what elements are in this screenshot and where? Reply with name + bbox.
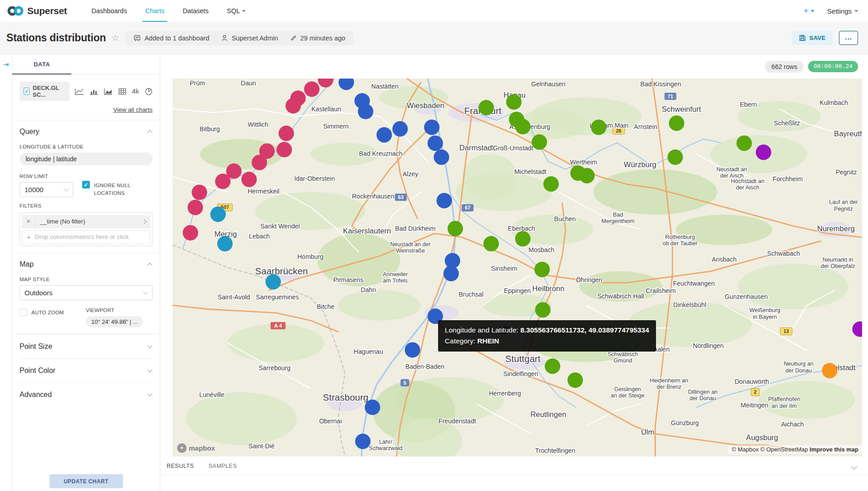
nav-charts[interactable]: Charts [136,0,174,22]
last-modified-badge[interactable]: 29 minutes ago [290,35,345,42]
remove-filter-icon[interactable]: ✕ [22,215,35,228]
section-point-color[interactable]: Point Color [20,358,153,382]
filter-drop-zone[interactable]: + Drop columns/metrics here or click [22,230,150,244]
scatter-point-pink[interactable] [215,174,231,189]
scatter-point-green[interactable] [478,100,494,115]
scatter-point-blue[interactable] [428,135,443,151]
map-place-label: Stuttgart [505,353,541,364]
scatter-point-blue[interactable] [444,266,459,281]
scatter-point-green[interactable] [579,168,595,184]
plus-icon: + [27,233,31,241]
osm-attribution-link[interactable]: © OpenStreetMap [760,446,808,453]
tab-data[interactable]: DATA [12,55,71,74]
scatter-point-blue[interactable] [358,104,373,119]
row-count-badge: 662 rows [765,61,804,73]
scatter-point-blue[interactable] [365,400,380,415]
nav-datasets[interactable]: Datasets [173,0,217,22]
section-point-size[interactable]: Point Size [20,334,153,358]
tab-results[interactable]: RESULTS [167,463,194,475]
scatter-point-blue[interactable] [436,193,452,208]
scatter-point-pink[interactable] [252,155,267,170]
settings-menu[interactable]: Settings [827,7,858,15]
scatter-point-pink[interactable] [182,225,198,241]
bar-chart-icon[interactable] [90,88,98,95]
scatter-point-pink[interactable] [192,184,207,200]
scatter-point-pink[interactable] [242,172,257,187]
scatter-point-green[interactable] [506,94,522,110]
scatter-point-green[interactable] [535,302,551,317]
nav-dashboards[interactable]: Dashboards [82,0,136,22]
scatter-point-green[interactable] [545,358,560,374]
scatter-point-green[interactable] [515,119,531,134]
superset-logo[interactable]: Superset [7,5,67,16]
scatter-point-blue[interactable] [424,119,439,135]
deckgl-map[interactable]: 71266367507A 456132PrümDaunNastättenGeln… [173,79,862,456]
scatter-point-green[interactable] [667,149,683,165]
section-advanced[interactable]: Advanced [20,382,153,407]
more-viz-count[interactable]: 4k [132,88,139,95]
query-section-header[interactable]: Query [20,120,153,139]
scatter-point-purple[interactable] [756,144,771,160]
scatter-point-blue[interactable] [355,434,370,449]
scatter-point-green[interactable] [532,134,547,150]
scatter-point-orange[interactable] [822,363,838,378]
superset-logo-icon [7,5,24,16]
favorite-star-icon[interactable]: ☆ [111,33,119,43]
scatter-point-pink[interactable] [286,98,301,114]
scatter-point-green[interactable] [534,262,550,277]
map-canvas[interactable]: 71266367507A 456132PrümDaunNastättenGeln… [173,79,862,456]
scatter-point-cyan[interactable] [217,236,232,252]
more-options-button[interactable]: ... [839,31,858,45]
scatter-point-pink[interactable] [304,81,320,97]
scatter-point-green[interactable] [543,176,559,192]
scatter-point-green[interactable] [736,135,752,151]
scatter-point-blue[interactable] [405,342,420,357]
checkbox-empty-icon[interactable] [20,308,27,316]
collapse-results-icon[interactable] [852,464,856,472]
scatter-point-cyan[interactable] [210,207,226,222]
scatter-point-green[interactable] [483,236,499,252]
auto-zoom-checkbox-row[interactable]: AUTO ZOOM [20,308,77,317]
scatter-point-green[interactable] [515,231,531,247]
scatter-point-blue[interactable] [428,308,443,324]
map-style-select[interactable]: Outdoors [20,285,153,300]
scatter-point-blue[interactable] [392,121,408,137]
pie-chart-icon[interactable] [145,88,153,95]
lonlat-value-pill[interactable]: longitude | latitude [20,153,153,165]
scatter-point-blue[interactable] [376,127,392,143]
mapbox-logo[interactable]: ✦ mapbox [177,443,215,453]
nav-sql[interactable]: SQL [218,0,255,22]
scatter-point-green[interactable] [591,119,607,135]
ignore-null-checkbox-row[interactable]: ✓ IGNORE NULL LOCATIONS [82,181,138,198]
checkbox-checked-icon[interactable]: ✓ [82,181,90,188]
forest-patch [186,392,296,445]
viz-type-chip[interactable]: ✓ DECK.GL SC... [20,82,69,101]
new-item-button[interactable]: + [804,6,814,16]
scatter-point-pink[interactable] [187,200,203,215]
scatter-point-green[interactable] [669,115,684,131]
improve-map-link[interactable]: Improve this map [809,446,858,453]
scatter-point-green[interactable] [448,221,463,236]
scatter-point-pink[interactable] [279,126,294,141]
scatter-point-cyan[interactable] [266,274,281,290]
scatter-point-green[interactable] [567,372,583,388]
view-all-charts-link[interactable]: View all charts [113,106,153,113]
map-place-label: Saarbrücken [255,266,308,276]
scatter-point-blue[interactable] [434,149,449,165]
map-section-header[interactable]: Map [20,253,153,271]
mapbox-attribution-link[interactable]: © Mapbox [732,446,759,453]
save-button[interactable]: SAVE [792,31,833,45]
viewport-value-pill[interactable]: 10° 24' 49.86" | ... [86,316,143,327]
dashboard-count-badge[interactable]: Added to 1 dashboard [133,35,209,42]
table-icon[interactable] [118,88,126,95]
filter-item-time[interactable]: ✕ __time (No filter) [22,215,150,228]
area-chart-icon[interactable] [104,88,113,95]
line-chart-icon[interactable] [75,88,84,95]
owner-badge[interactable]: Superset Admin [221,35,278,42]
row-limit-select[interactable]: 10000 [20,182,73,197]
collapse-panel-icon[interactable]: ⇥ [3,61,9,491]
scatter-point-pink[interactable] [276,142,292,157]
update-chart-button[interactable]: UPDATE CHART [49,474,123,488]
tab-samples[interactable]: SAMPLES [208,463,237,475]
map-place-label: Sankt Wendel [261,223,300,230]
